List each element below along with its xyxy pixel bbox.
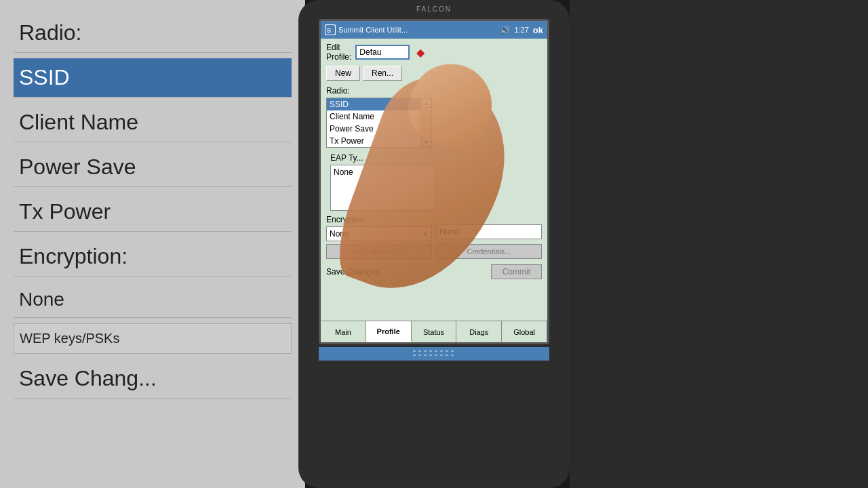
encryption-dropdown[interactable]: None ▼: [326, 226, 432, 241]
svg-text:S: S: [327, 27, 331, 34]
eap-value-col: None: [436, 215, 542, 241]
tab-main[interactable]: Main: [321, 321, 366, 342]
keyboard-icon[interactable]: [319, 347, 549, 361]
commit-button[interactable]: Commit: [491, 264, 542, 279]
encryption-dropdown-arrow: ▼: [422, 230, 429, 238]
action-buttons-row: WEP keys/PSKs Credentials...: [326, 244, 542, 259]
bg-ssid-item: SSID: [14, 58, 292, 98]
time-display: 1:27: [514, 26, 528, 34]
screen-content: EditProfile: ◆ New Ren... Radio: SSID Cl…: [321, 39, 547, 321]
radio-item-ssid[interactable]: SSID: [327, 98, 431, 110]
radio-list: SSID Client Name Power Save Tx Power ▲ ▼: [326, 98, 432, 148]
eap-section: EAP Ty... None: [330, 153, 436, 211]
profile-input[interactable]: [355, 45, 410, 60]
scroll-down[interactable]: ▼: [422, 138, 431, 147]
title-bar: S Summit Client Utilit... 🔊 1:27 ok: [321, 21, 547, 39]
radio-item-tx-power[interactable]: Tx Power: [327, 135, 431, 147]
device-body: FALCON S Summit Client Utilit... 🔊 1:27 …: [298, 0, 570, 488]
bg-tx-power: Tx Power: [14, 192, 292, 232]
encryption-label: Encryption:: [326, 215, 432, 224]
tab-global[interactable]: Global: [502, 321, 547, 342]
edit-profile-label: EditProfile:: [326, 43, 351, 62]
background-right: [570, 0, 868, 488]
ok-button[interactable]: ok: [533, 25, 543, 35]
credentials-button[interactable]: Credentials...: [436, 244, 542, 259]
keyboard-dots: [413, 350, 455, 357]
device-brand: FALCON: [298, 0, 570, 16]
eap-value-dropdown[interactable]: None: [436, 224, 542, 239]
title-text: Summit Client Utilit...: [338, 26, 408, 34]
radio-list-scrollbar[interactable]: ▲ ▼: [420, 98, 431, 147]
title-bar-left: S Summit Client Utilit...: [325, 24, 408, 35]
new-button[interactable]: New: [326, 66, 360, 81]
buttons-row: New Ren...: [326, 66, 542, 81]
bg-power-save: Power Save: [14, 148, 292, 187]
eap-label: EAP Ty...: [330, 153, 436, 163]
eap-value: None: [334, 167, 353, 177]
edit-profile-row: EditProfile: ◆: [326, 43, 542, 62]
radio-label: Radio:: [326, 86, 542, 96]
radio-item-power-save[interactable]: Power Save: [327, 123, 431, 135]
bg-none: None: [14, 282, 292, 318]
rename-button[interactable]: Ren...: [363, 66, 402, 81]
device-screen: S Summit Client Utilit... 🔊 1:27 ok Edit…: [319, 19, 549, 344]
radio-item-client-name[interactable]: Client Name: [327, 110, 431, 123]
eap-dropdown-value: None: [439, 227, 459, 237]
background-left: Radio: SSID Client Name Power Save Tx Po…: [0, 0, 305, 488]
scroll-track: [422, 108, 431, 138]
tab-status[interactable]: Status: [412, 321, 457, 342]
bg-encryption: Encryption:: [14, 237, 292, 277]
tab-diags[interactable]: Diags: [456, 321, 502, 342]
tab-bar: Main Profile Status Diags Global: [321, 321, 547, 342]
scroll-up[interactable]: ▲: [422, 98, 431, 108]
eap-dropdown[interactable]: None: [330, 165, 436, 211]
title-bar-right: 🔊 1:27 ok: [500, 25, 543, 35]
app-icon: S: [325, 24, 336, 35]
wep-keys-button[interactable]: WEP keys/PSKs: [326, 244, 432, 259]
delete-icon[interactable]: ◆: [416, 46, 425, 59]
bg-save-changes: Save Chang...: [14, 359, 292, 399]
bg-radio-label: Radio:: [14, 14, 292, 53]
encryption-col: Encryption: None ▼: [326, 215, 432, 241]
encryption-value: None: [330, 229, 349, 239]
speaker-icon: 🔊: [500, 26, 510, 35]
tab-profile[interactable]: Profile: [366, 321, 412, 342]
bg-wep: WEP keys/PSKs: [14, 323, 292, 354]
bg-client-name: Client Name: [14, 103, 292, 142]
save-changes-row: Save Changes: Commit: [326, 264, 542, 279]
save-changes-label: Save Changes:: [326, 267, 382, 277]
device-bottom: [298, 361, 570, 488]
encryption-row: Encryption: None ▼ None: [326, 215, 542, 241]
